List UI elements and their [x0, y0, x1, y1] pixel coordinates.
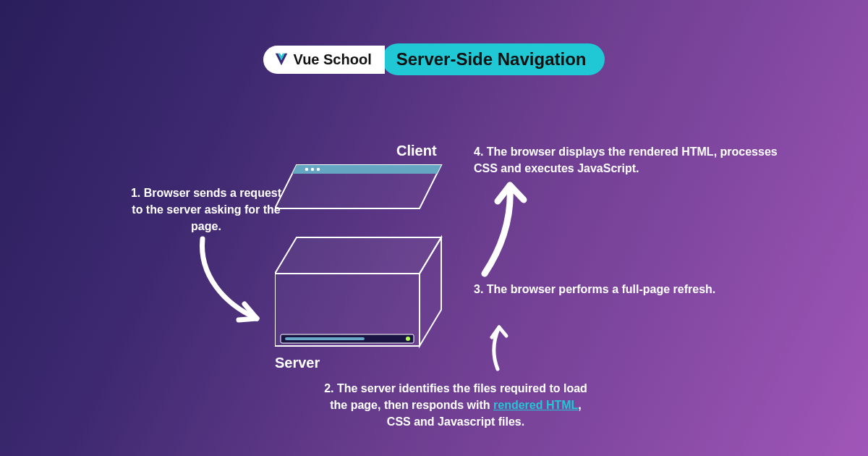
- svg-point-3: [311, 168, 314, 171]
- logo-text: Vue School: [294, 51, 372, 68]
- arrow-step3-icon: [470, 172, 550, 281]
- step-3-text: 3. The browser performs a full-page refr…: [474, 281, 763, 297]
- client-window-icon: [275, 165, 441, 208]
- step-2-text: 2. The server identifies the files requi…: [318, 380, 593, 431]
- step-1-text: 1. Browser sends a request to the server…: [130, 185, 282, 235]
- rendered-html-highlight: rendered HTML: [493, 399, 578, 411]
- svg-marker-5: [275, 237, 441, 274]
- logo-badge: Vue School: [263, 46, 385, 74]
- svg-point-4: [317, 168, 320, 171]
- arrow-step1-icon: [188, 232, 282, 333]
- svg-point-10: [406, 337, 410, 341]
- arrow-step2-icon: [477, 318, 521, 376]
- page-title: Server-Side Navigation: [382, 43, 605, 75]
- svg-marker-1: [292, 165, 441, 174]
- client-server-diagram: [275, 158, 463, 360]
- vue-school-logo-icon: [273, 51, 289, 67]
- svg-point-2: [305, 168, 308, 171]
- svg-rect-9: [285, 337, 365, 340]
- server-box-icon: [275, 237, 441, 346]
- header: Vue School Server-Side Navigation: [0, 0, 868, 75]
- client-label: Client: [396, 143, 437, 159]
- step-4-text: 4. The browser displays the rendered HTM…: [474, 143, 785, 177]
